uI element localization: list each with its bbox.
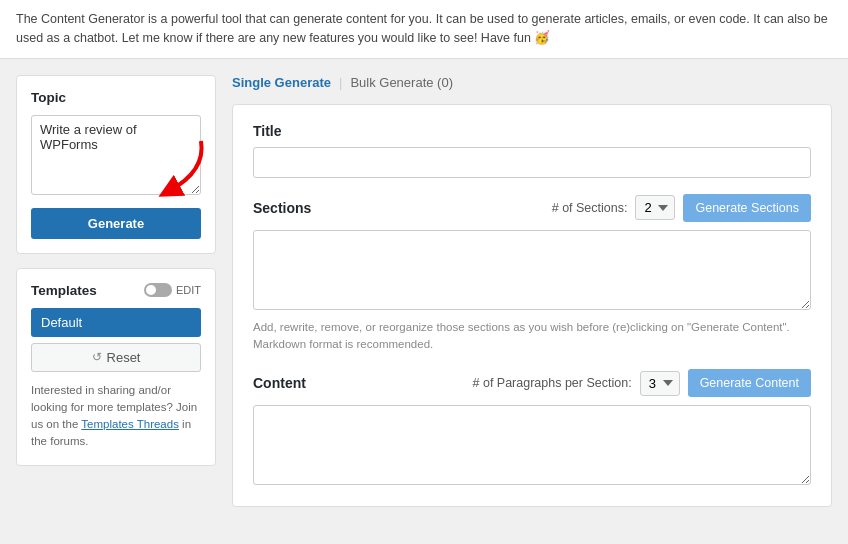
templates-threads-link[interactable]: Templates Threads bbox=[81, 418, 179, 430]
reset-label: Reset bbox=[107, 350, 141, 365]
generate-button[interactable]: Generate bbox=[31, 208, 201, 239]
edit-toggle[interactable]: EDIT bbox=[144, 283, 201, 297]
topic-title: Topic bbox=[31, 90, 201, 105]
title-input[interactable] bbox=[253, 147, 811, 178]
paragraphs-count-select[interactable]: 1 2 3 4 5 bbox=[640, 371, 680, 396]
tab-bulk-generate[interactable]: Bulk Generate (0) bbox=[350, 75, 453, 90]
sections-textarea[interactable] bbox=[253, 230, 811, 310]
generate-sections-button[interactable]: Generate Sections bbox=[683, 194, 811, 222]
templates-header: Templates EDIT bbox=[31, 283, 201, 298]
edit-label: EDIT bbox=[176, 284, 201, 296]
generate-content-button[interactable]: Generate Content bbox=[688, 369, 811, 397]
sidebar: Topic Write a review of WPForms Generate… bbox=[16, 75, 216, 466]
content-header-row: Content # of Paragraphs per Section: 1 2… bbox=[253, 369, 811, 397]
reset-icon: ↺ bbox=[92, 350, 102, 364]
title-label: Title bbox=[253, 123, 811, 139]
templates-card: Templates EDIT Default ↺ Reset Intereste… bbox=[16, 268, 216, 466]
topic-card: Topic Write a review of WPForms Generate bbox=[16, 75, 216, 254]
main-content-area: Single Generate | Bulk Generate (0) Titl… bbox=[232, 75, 832, 508]
default-template-button[interactable]: Default bbox=[31, 308, 201, 337]
tabs-bar: Single Generate | Bulk Generate (0) bbox=[232, 75, 832, 90]
description-text: The Content Generator is a powerful tool… bbox=[16, 12, 828, 45]
topic-input[interactable]: Write a review of WPForms bbox=[31, 115, 201, 195]
toggle-switch-icon[interactable] bbox=[144, 283, 172, 297]
sections-count-select[interactable]: 1 2 3 4 5 bbox=[635, 195, 675, 220]
paragraphs-label: # of Paragraphs per Section: bbox=[473, 376, 632, 390]
templates-footer: Interested in sharing and/or looking for… bbox=[31, 382, 201, 451]
content-controls: # of Paragraphs per Section: 1 2 3 4 5 G… bbox=[473, 369, 812, 397]
sections-label: Sections bbox=[253, 200, 311, 216]
templates-title: Templates bbox=[31, 283, 97, 298]
tab-single-generate[interactable]: Single Generate bbox=[232, 75, 331, 90]
sections-hint: Add, rewrite, remove, or reorganize thos… bbox=[253, 319, 811, 354]
reset-button[interactable]: ↺ Reset bbox=[31, 343, 201, 372]
sections-controls: # of Sections: 1 2 3 4 5 Generate Sectio… bbox=[552, 194, 811, 222]
top-description-bar: The Content Generator is a powerful tool… bbox=[0, 0, 848, 59]
content-label: Content bbox=[253, 375, 306, 391]
tab-separator: | bbox=[339, 75, 342, 90]
generate-content-card: Title Sections # of Sections: 1 2 3 4 5 … bbox=[232, 104, 832, 508]
sections-header-row: Sections # of Sections: 1 2 3 4 5 Genera… bbox=[253, 194, 811, 222]
content-textarea[interactable] bbox=[253, 405, 811, 485]
sections-num-label: # of Sections: bbox=[552, 201, 628, 215]
